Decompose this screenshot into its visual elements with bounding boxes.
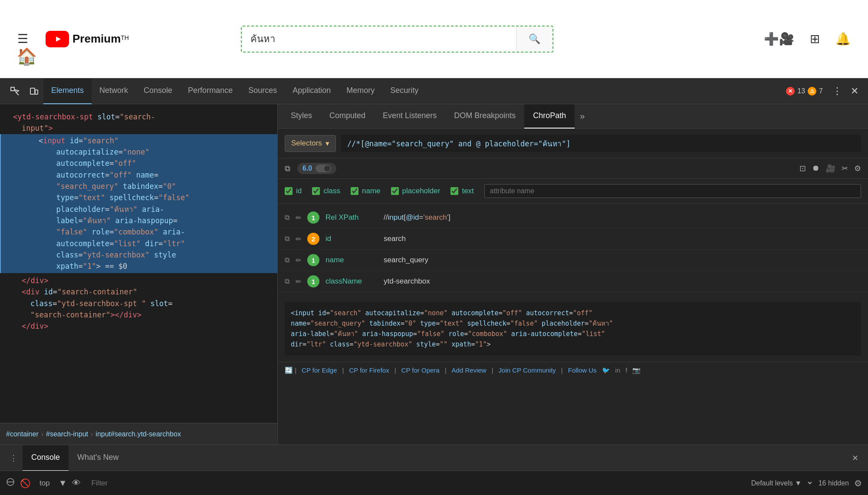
- whats-new-tab[interactable]: What's New: [69, 445, 127, 471]
- checkbox-id-input[interactable]: [285, 187, 293, 195]
- result-copy-icon[interactable]: ⧉: [285, 235, 289, 243]
- console-three-dots[interactable]: ⋮: [4, 453, 23, 463]
- version-badge: 6.0: [297, 163, 336, 174]
- screenshot-icon[interactable]: ⊡: [799, 164, 806, 173]
- breadcrumb-item-search-input[interactable]: #search-input: [46, 430, 88, 438]
- subtab-chropath[interactable]: ChroPath: [524, 104, 575, 129]
- video-icon[interactable]: 🎥: [826, 164, 835, 173]
- close-devtools-button[interactable]: ✕: [846, 86, 863, 97]
- footer-link-firefox[interactable]: CP for Firefox: [349, 366, 389, 374]
- tab-performance[interactable]: Performance: [180, 78, 240, 104]
- result-edit-icon[interactable]: ✏: [296, 235, 301, 243]
- notifications-button[interactable]: 🔔: [835, 32, 851, 46]
- menu-icon[interactable]: ☰: [17, 32, 28, 46]
- console-tab[interactable]: Console: [23, 445, 69, 471]
- console-tabs-bar: ⋮ Console What's New ✕: [0, 445, 868, 471]
- svg-marker-0: [56, 36, 61, 42]
- search-bar: 🔍: [241, 26, 553, 53]
- attribute-name-input[interactable]: [484, 184, 861, 198]
- breadcrumb-separator: ›: [41, 430, 43, 438]
- devtools-toolbar: Elements Network Console Performance Sou…: [0, 78, 868, 104]
- search-button[interactable]: 🔍: [516, 26, 552, 52]
- svg-rect-2: [30, 88, 35, 94]
- breadcrumb-item-input[interactable]: input#search.ytd-searchbox: [95, 430, 181, 438]
- tab-elements[interactable]: Elements: [43, 78, 92, 104]
- settings-icon[interactable]: ⚙: [854, 164, 861, 173]
- selector-type-label: Selectors: [291, 139, 322, 148]
- error-circle: ✕: [786, 87, 795, 96]
- checkbox-class-input[interactable]: [312, 187, 320, 195]
- footer-link-review[interactable]: Add Review: [452, 366, 487, 374]
- result-label-classname: className: [326, 277, 378, 286]
- block-network-button[interactable]: 🚫: [20, 478, 31, 488]
- search-input[interactable]: [242, 26, 516, 52]
- checkbox-name-input[interactable]: [351, 187, 358, 195]
- device-toolbar-button[interactable]: [24, 82, 43, 101]
- apps-grid-button[interactable]: ⊞: [810, 32, 820, 46]
- result-copy-icon[interactable]: ⧉: [285, 277, 289, 285]
- tab-sources[interactable]: Sources: [240, 78, 285, 104]
- eye-icon[interactable]: 👁: [72, 478, 81, 488]
- subtab-event-listeners[interactable]: Event Listeners: [374, 104, 445, 129]
- footer-refresh-icon: 🔄 |: [285, 366, 296, 374]
- selector-type-dropdown[interactable]: Selectors ▾: [285, 135, 336, 152]
- checkbox-id-label: id: [296, 187, 302, 195]
- footer-link-edge[interactable]: CP for Edge: [302, 366, 337, 374]
- breadcrumb-item-container[interactable]: #container: [6, 430, 39, 438]
- clear-console-button[interactable]: [6, 478, 15, 488]
- close-console-tab-button[interactable]: ✕: [847, 453, 864, 463]
- subtabs-bar: Styles Computed Event Listeners DOM Brea…: [278, 104, 868, 129]
- footer-instagram-icon: 📷: [632, 366, 641, 374]
- checkboxes-row: id class name placeholder: [278, 179, 868, 204]
- checkbox-text-input[interactable]: [450, 187, 458, 195]
- checkbox-class-label: class: [323, 187, 340, 195]
- log-level-dropdown[interactable]: Default levels ▼: [745, 476, 813, 490]
- console-settings-icon[interactable]: ⚙: [854, 478, 862, 488]
- checkbox-text-label: text: [462, 187, 473, 195]
- subtabs-more-button[interactable]: »: [575, 111, 590, 121]
- result-row-xpath: ⧉ ✏ 1 Rel XPath //input[@id='search']: [278, 207, 868, 228]
- result-copy-icon[interactable]: ⧉: [285, 214, 289, 221]
- checkbox-placeholder-input[interactable]: [391, 187, 399, 195]
- logo-text: PremiumTH: [72, 32, 129, 46]
- tab-application[interactable]: Application: [285, 78, 339, 104]
- result-copy-icon[interactable]: ⧉: [285, 256, 289, 264]
- svg-rect-3: [35, 90, 38, 94]
- checkbox-placeholder: placeholder: [391, 187, 441, 195]
- selector-input[interactable]: [341, 135, 861, 152]
- checkbox-name: name: [351, 187, 381, 195]
- tab-console[interactable]: Console: [136, 78, 180, 104]
- error-count: 13: [797, 87, 805, 95]
- tab-network[interactable]: Network: [92, 78, 136, 104]
- version-toggle[interactable]: [316, 165, 331, 172]
- footer-link-opera[interactable]: CP for Opera: [401, 366, 440, 374]
- tab-security[interactable]: Security: [382, 78, 426, 104]
- subtab-dom-breakpoints[interactable]: DOM Breakpoints: [445, 104, 524, 129]
- result-label-xpath: Rel XPath: [326, 213, 378, 222]
- result-value-classname: ytd-searchbox: [384, 277, 430, 286]
- home-icon[interactable]: 🏠: [16, 47, 37, 66]
- checkbox-name-label: name: [362, 187, 381, 195]
- result-count-badge: 1: [307, 254, 319, 266]
- subtab-computed[interactable]: Computed: [321, 104, 374, 129]
- youtube-play-icon: [52, 34, 62, 44]
- context-chevron-icon[interactable]: ▼: [59, 478, 67, 488]
- elements-code[interactable]: <ytd-searchbox-spt slot="search- input">…: [0, 104, 277, 423]
- result-count-badge: 2: [307, 233, 319, 245]
- console-filter-input[interactable]: [86, 475, 740, 491]
- subtab-styles[interactable]: Styles: [282, 104, 321, 129]
- result-edit-icon[interactable]: ✏: [296, 256, 301, 264]
- devtools-panel: Elements Network Console Performance Sou…: [0, 78, 868, 495]
- copy-icon[interactable]: ⧉: [285, 164, 290, 173]
- result-edit-icon[interactable]: ✏: [296, 214, 301, 222]
- add-video-button[interactable]: ➕🎥: [764, 32, 794, 46]
- footer-linkedin-icon: in: [615, 366, 621, 374]
- inspect-element-button[interactable]: [5, 82, 24, 101]
- footer-link-follow[interactable]: Follow Us: [568, 366, 597, 374]
- more-options-button[interactable]: ⋮: [828, 86, 846, 97]
- footer-link-community[interactable]: Join CP Community: [499, 366, 556, 374]
- result-edit-icon[interactable]: ✏: [296, 277, 301, 286]
- record-icon[interactable]: ⏺: [812, 164, 820, 173]
- tab-memory[interactable]: Memory: [339, 78, 382, 104]
- tools-icon[interactable]: ✂: [842, 164, 848, 173]
